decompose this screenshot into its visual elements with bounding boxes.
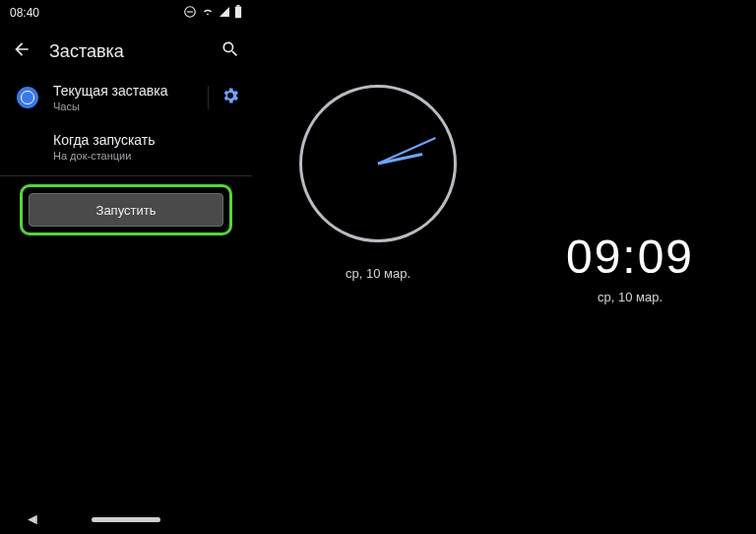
settings-screen: 08:40 Заставка Тек: [0, 0, 252, 534]
clock-icon: [17, 87, 38, 108]
status-icons: [183, 5, 242, 22]
current-screensaver-title: Текущая заставка: [53, 83, 202, 99]
minute-hand: [378, 137, 436, 165]
nav-home-pill[interactable]: [92, 517, 160, 522]
app-bar: Заставка: [0, 26, 252, 73]
wifi-icon: [201, 5, 215, 22]
svg-rect-3: [236, 5, 239, 7]
back-icon[interactable]: [12, 39, 32, 63]
analog-date: ср, 10 мар.: [346, 266, 410, 281]
page-title: Заставка: [49, 41, 220, 62]
current-screensaver-subtitle: Часы: [53, 100, 202, 112]
start-button[interactable]: Запустить: [29, 193, 223, 227]
svg-rect-2: [235, 6, 241, 18]
when-to-start-row[interactable]: Когда запускать На док-станции: [0, 122, 252, 171]
digital-time: 09:09: [566, 230, 694, 284]
gear-icon[interactable]: [220, 92, 240, 108]
signal-icon: [219, 6, 230, 21]
digital-clock-screen: 09:09 ср, 10 мар.: [504, 0, 756, 534]
analog-clock: [299, 85, 457, 242]
nav-back-icon[interactable]: ◄: [25, 510, 40, 528]
dnd-icon: [183, 5, 197, 22]
battery-icon: [234, 5, 242, 22]
clock-face: [299, 85, 457, 242]
analog-clock-screen: ср, 10 мар.: [252, 0, 504, 534]
status-time: 08:40: [10, 6, 39, 20]
digital-date: ср, 10 мар.: [598, 290, 662, 304]
current-screensaver-row[interactable]: Текущая заставка Часы: [0, 73, 252, 122]
search-icon[interactable]: [220, 39, 240, 63]
divider: [0, 175, 252, 176]
highlight-box: Запустить: [20, 184, 232, 235]
svg-rect-1: [187, 11, 193, 12]
nav-bar: ◄: [0, 510, 252, 528]
when-to-start-subtitle: На док-станции: [53, 150, 240, 162]
when-to-start-title: Когда запускать: [53, 132, 240, 148]
status-bar: 08:40: [0, 0, 252, 26]
